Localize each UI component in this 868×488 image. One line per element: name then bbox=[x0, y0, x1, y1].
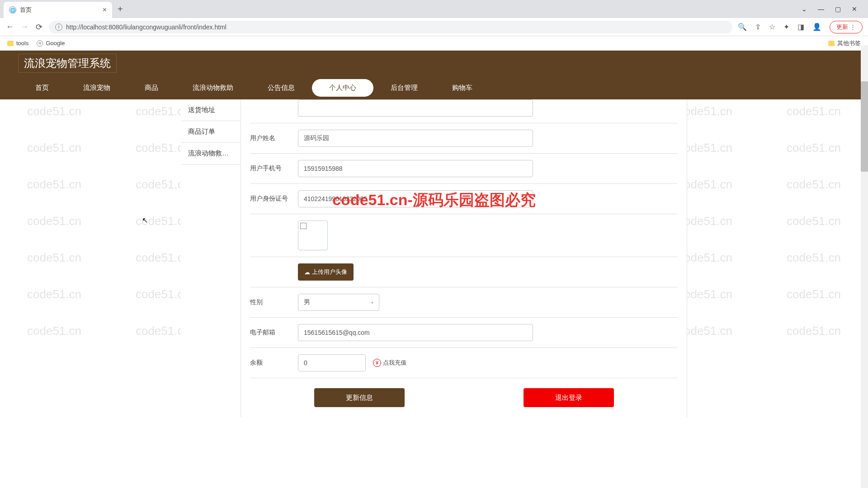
nav-user-center[interactable]: 个人中心 bbox=[312, 79, 373, 97]
address-bar: ← → ⟳ i http://localhost:8080/liulangcon… bbox=[0, 18, 868, 36]
form-row-email: 电子邮箱 bbox=[250, 318, 678, 348]
gender-label: 性别 bbox=[250, 298, 291, 306]
tab-bar: 🌐 首页 × + ⌄ — ▢ ✕ bbox=[0, 0, 868, 18]
bookmarks-bar: tools G Google 其他书签 bbox=[0, 36, 868, 51]
app-header: 流浪宠物管理系统 bbox=[0, 51, 868, 76]
browser-chrome: 🌐 首页 × + ⌄ — ▢ ✕ ← → ⟳ i http://localhos… bbox=[0, 0, 868, 51]
side-menu: 送货地址 商品订单 流浪动物救… bbox=[181, 99, 241, 417]
bookmark-google[interactable]: G Google bbox=[37, 40, 65, 47]
form-panel: 用户姓名 用户手机号 用户身份证号 ☁ 上 bbox=[241, 99, 687, 417]
window-controls: ⌄ — ▢ ✕ bbox=[802, 5, 864, 13]
form-row-upload: ☁ 上传用户头像 bbox=[250, 257, 678, 287]
bookmark-other[interactable]: 其他书签 bbox=[828, 39, 861, 47]
bookmark-star-icon[interactable]: ☆ bbox=[769, 23, 775, 31]
yen-icon: ¥ bbox=[373, 359, 381, 367]
recharge-link[interactable]: ¥ 点我充值 bbox=[373, 359, 406, 367]
close-tab-icon[interactable]: × bbox=[103, 6, 107, 14]
share-icon[interactable]: ⇪ bbox=[755, 23, 761, 31]
folder-icon bbox=[7, 41, 14, 46]
scrollbar-thumb[interactable] bbox=[861, 81, 868, 172]
balance-label: 余额 bbox=[250, 359, 291, 367]
sidebar-item-orders[interactable]: 商品订单 bbox=[181, 121, 241, 143]
url-text: http://localhost:8080/liulangcongwuguanl… bbox=[66, 23, 226, 31]
upload-avatar-button[interactable]: ☁ 上传用户头像 bbox=[298, 263, 354, 281]
address-icons: 🔍 ⇪ ☆ ✦ ◨ 👤 更新⋮ bbox=[738, 21, 863, 33]
nav-rescue[interactable]: 流浪动物救助 bbox=[175, 79, 250, 97]
back-button[interactable]: ← bbox=[5, 22, 14, 32]
page-scrollbar[interactable] bbox=[861, 45, 868, 488]
sidebar-item-address[interactable]: 送货地址 bbox=[181, 99, 241, 121]
zoom-icon[interactable]: 🔍 bbox=[738, 23, 747, 31]
info-icon: i bbox=[55, 23, 62, 31]
nav-announcements[interactable]: 公告信息 bbox=[250, 79, 312, 97]
phone-input[interactable] bbox=[298, 160, 533, 177]
folder-icon bbox=[828, 41, 835, 46]
form-row-balance: 余额 ¥ 点我充值 bbox=[250, 348, 678, 378]
minimize-icon[interactable]: — bbox=[818, 5, 824, 13]
broken-image-icon bbox=[300, 223, 307, 229]
nav-stray-pets[interactable]: 流浪宠物 bbox=[66, 79, 127, 97]
app-nav: 首页 流浪宠物 商品 流浪动物救助 公告信息 个人中心 后台管理 购物车 bbox=[0, 76, 868, 99]
nav-admin[interactable]: 后台管理 bbox=[373, 79, 435, 97]
username-label: 用户姓名 bbox=[250, 134, 291, 142]
balance-input[interactable] bbox=[298, 354, 366, 371]
bookmark-tools[interactable]: tools bbox=[7, 40, 28, 47]
chevron-down-icon: ▾ bbox=[371, 300, 373, 305]
action-row: 更新信息 退出登录 bbox=[250, 378, 678, 417]
globe-icon: G bbox=[37, 40, 43, 47]
idcard-input[interactable] bbox=[298, 190, 533, 207]
username-input[interactable] bbox=[298, 130, 533, 147]
phone-label: 用户手机号 bbox=[250, 164, 291, 173]
app-title: 流浪宠物管理系统 bbox=[18, 54, 117, 73]
gender-value: 男 bbox=[304, 298, 310, 306]
profile-icon[interactable]: 👤 bbox=[812, 23, 821, 31]
chevron-down-icon[interactable]: ⌄ bbox=[802, 5, 807, 13]
logout-button[interactable]: 退出登录 bbox=[524, 388, 614, 407]
reload-button[interactable]: ⟳ bbox=[34, 22, 43, 32]
browser-update-button[interactable]: 更新⋮ bbox=[830, 21, 863, 33]
close-window-icon[interactable]: ✕ bbox=[852, 5, 857, 13]
cloud-upload-icon: ☁ bbox=[304, 269, 310, 276]
new-tab-button[interactable]: + bbox=[118, 4, 123, 14]
extensions-icon[interactable]: ✦ bbox=[783, 23, 789, 31]
email-label: 电子邮箱 bbox=[250, 328, 291, 337]
sidebar-item-rescue[interactable]: 流浪动物救… bbox=[181, 143, 241, 164]
maximize-icon[interactable]: ▢ bbox=[835, 5, 841, 13]
form-row-phone: 用户手机号 bbox=[250, 154, 678, 184]
form-row-gender: 性别 男 ▾ bbox=[250, 287, 678, 318]
sidepanel-icon[interactable]: ◨ bbox=[797, 23, 804, 31]
email-input[interactable] bbox=[298, 324, 533, 341]
gender-select[interactable]: 男 ▾ bbox=[298, 294, 379, 311]
nav-home[interactable]: 首页 bbox=[18, 79, 66, 97]
tab-title: 首页 bbox=[20, 6, 32, 14]
account-input[interactable] bbox=[298, 99, 533, 117]
form-row-top-input bbox=[250, 99, 678, 123]
browser-tab[interactable]: 🌐 首页 × bbox=[4, 2, 112, 18]
form-row-avatar bbox=[250, 214, 678, 257]
url-input[interactable]: i http://localhost:8080/liulangcongwugua… bbox=[49, 21, 732, 33]
nav-cart[interactable]: 购物车 bbox=[435, 79, 490, 97]
form-row-username: 用户姓名 bbox=[250, 123, 678, 154]
idcard-label: 用户身份证号 bbox=[250, 195, 291, 203]
forward-button[interactable]: → bbox=[20, 22, 29, 32]
content-area: 送货地址 商品订单 流浪动物救… 用户姓名 用户手机号 用户身份证号 bbox=[0, 99, 868, 417]
update-info-button[interactable]: 更新信息 bbox=[314, 388, 405, 407]
avatar-preview bbox=[298, 221, 328, 250]
nav-products[interactable]: 商品 bbox=[127, 79, 175, 97]
globe-icon: 🌐 bbox=[9, 6, 16, 14]
form-row-idcard: 用户身份证号 bbox=[250, 184, 678, 214]
